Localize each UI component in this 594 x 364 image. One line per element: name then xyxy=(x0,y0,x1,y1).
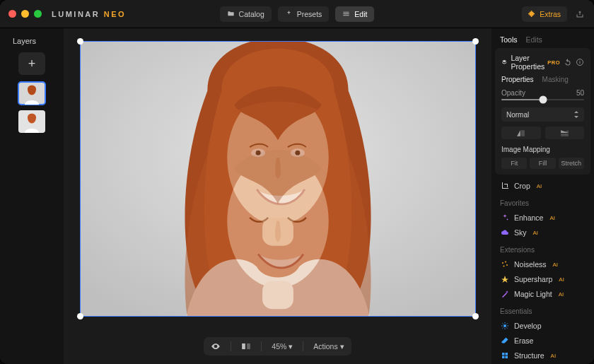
section-favorites: Favorites xyxy=(500,199,586,207)
presets-tab[interactable]: Presets xyxy=(278,6,330,22)
tool-enhance-label: Enhance xyxy=(514,213,543,222)
visibility-toggle[interactable] xyxy=(211,341,221,351)
catalog-label: Catalog xyxy=(239,10,264,18)
canvas-toolbar: 45% ▾ Actions ▾ xyxy=(204,337,351,356)
extras-button[interactable]: Extras xyxy=(522,6,567,22)
tools-tab[interactable]: Tools xyxy=(500,35,518,44)
svg-rect-12 xyxy=(243,344,246,349)
tool-develop-label: Develop xyxy=(514,322,542,330)
transform-handle-bl[interactable] xyxy=(77,313,83,319)
actions-dropdown[interactable]: Actions ▾ xyxy=(313,342,344,351)
svg-rect-11 xyxy=(262,281,293,309)
develop-icon xyxy=(501,322,509,330)
layer-thumb-2[interactable] xyxy=(18,110,45,133)
flip-h-icon xyxy=(516,129,525,137)
share-button[interactable] xyxy=(574,8,586,20)
flip-horizontal-button[interactable] xyxy=(501,127,541,139)
edit-label: Edit xyxy=(354,10,367,18)
puzzle-icon xyxy=(528,10,536,18)
tool-magiclight[interactable]: Magic LightAI xyxy=(500,290,586,298)
right-panel-tabs: Tools Edits xyxy=(491,28,594,48)
compare-toggle[interactable] xyxy=(241,342,251,351)
masking-subtab[interactable]: Masking xyxy=(542,76,569,83)
erase-icon xyxy=(501,336,509,345)
mapping-fill[interactable]: Fill xyxy=(530,158,555,169)
mapping-fit[interactable]: Fit xyxy=(501,158,527,169)
canvas-area: 45% ▾ Actions ▾ xyxy=(64,28,491,364)
chevron-updown-icon xyxy=(573,111,579,118)
transform-handle-tl[interactable] xyxy=(77,38,83,45)
add-layer-button[interactable]: + xyxy=(18,52,45,75)
eye-icon xyxy=(211,341,221,351)
undo-icon xyxy=(564,58,572,66)
compare-icon xyxy=(241,342,251,351)
tool-structure[interactable]: StructureAI xyxy=(500,351,586,360)
presets-label: Presets xyxy=(297,10,322,18)
tool-supersharp-label: Supersharp xyxy=(514,275,552,283)
app-logo: LUMINAR NEO xyxy=(52,10,126,18)
tool-magiclight-label: Magic Light xyxy=(514,290,552,298)
edit-tab[interactable]: Edit xyxy=(335,6,374,22)
image-mapping-label: Image Mapping xyxy=(501,146,584,153)
folder-icon xyxy=(227,10,235,18)
opacity-value: 50 xyxy=(576,89,584,97)
tool-crop[interactable]: CropAI xyxy=(500,182,586,190)
section-extensions: Extensions xyxy=(500,246,586,254)
share-icon xyxy=(576,10,584,18)
tool-structure-label: Structure xyxy=(514,351,544,360)
tool-enhance[interactable]: EnhanceAI xyxy=(500,213,586,222)
layers-panel: Layers + xyxy=(0,28,64,364)
info-button[interactable] xyxy=(576,57,584,68)
layers-title: Layers xyxy=(0,37,64,45)
opacity-label: Opacity xyxy=(501,89,525,97)
tool-noiseless[interactable]: NoiselessAI xyxy=(500,260,586,269)
properties-subtab[interactable]: Properties xyxy=(501,76,534,83)
layer-thumb-1[interactable] xyxy=(18,82,45,105)
actions-label: Actions ▾ xyxy=(313,342,344,351)
mapping-stretch[interactable]: Stretch xyxy=(559,158,584,169)
zoom-dropdown[interactable]: 45% ▾ xyxy=(272,342,293,351)
cloud-icon xyxy=(501,228,509,237)
sparkles-icon xyxy=(501,213,509,222)
zoom-window-button[interactable] xyxy=(34,10,42,18)
svg-rect-15 xyxy=(580,61,581,64)
flip-v-icon xyxy=(560,129,569,137)
blend-mode-select[interactable]: Normal xyxy=(501,107,584,122)
reset-button[interactable] xyxy=(564,57,572,68)
transform-handle-br[interactable] xyxy=(472,313,479,319)
tool-erase[interactable]: Erase xyxy=(500,336,586,345)
pro-badge: PRO xyxy=(547,59,560,66)
blend-mode-label: Normal xyxy=(506,111,529,119)
tool-list: CropAI Favorites EnhanceAI SkyAI Extensi… xyxy=(491,180,594,364)
edits-tab[interactable]: Edits xyxy=(526,35,542,44)
crop-icon xyxy=(501,182,509,190)
minimize-window-button[interactable] xyxy=(21,10,29,18)
tool-supersharp[interactable]: SupersharpAI xyxy=(500,275,586,283)
layers-icon xyxy=(501,58,507,66)
titlebar: LUMINAR NEO Catalog Presets Edit Extras xyxy=(0,0,594,28)
flip-vertical-button[interactable] xyxy=(545,127,585,139)
catalog-tab[interactable]: Catalog xyxy=(220,6,272,22)
canvas[interactable] xyxy=(80,41,476,317)
wand-icon xyxy=(501,290,509,298)
svg-rect-13 xyxy=(248,344,251,349)
tool-develop[interactable]: Develop xyxy=(500,322,586,330)
svg-point-18 xyxy=(505,262,506,263)
right-panel: Tools Edits Layer PropertiesPRO Properti… xyxy=(491,28,594,364)
overlay-image xyxy=(81,42,475,316)
info-icon xyxy=(576,58,584,66)
svg-point-21 xyxy=(503,324,506,327)
sliders-icon xyxy=(342,10,350,18)
noise-icon xyxy=(501,260,509,269)
opacity-slider[interactable] xyxy=(501,99,584,100)
transform-handle-tr[interactable] xyxy=(472,38,479,45)
traffic-lights xyxy=(8,10,42,18)
layer-properties-panel: Layer PropertiesPRO Properties Masking O… xyxy=(495,48,590,175)
tool-noiseless-label: Noiseless xyxy=(514,260,547,269)
svg-point-19 xyxy=(506,264,508,266)
sharp-icon xyxy=(501,275,509,283)
panel-title: Layer Properties xyxy=(511,54,544,71)
close-window-button[interactable] xyxy=(8,10,16,18)
svg-point-17 xyxy=(502,262,503,264)
tool-sky[interactable]: SkyAI xyxy=(500,228,586,237)
